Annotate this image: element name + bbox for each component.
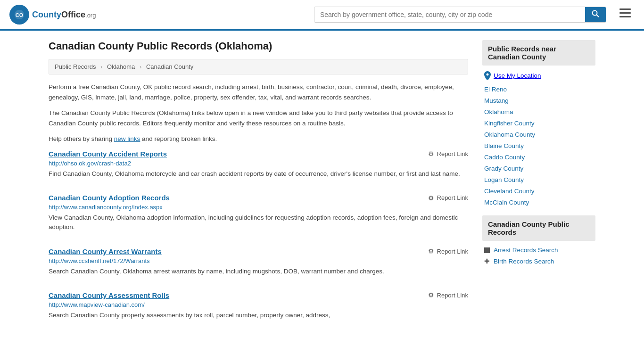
desc-3-suffix: and reporting broken links. <box>140 135 217 142</box>
page-title: Canadian County Public Records (Oklahoma… <box>49 40 468 52</box>
logo-icon: CO <box>9 5 29 25</box>
record-desc-3: Search Canadian County property assessme… <box>49 311 468 320</box>
site-header: CO CountyOffice.org <box>0 0 644 31</box>
sidebar-item-oklahoma: Oklahoma <box>484 106 594 117</box>
search-input[interactable] <box>314 7 585 22</box>
use-my-location[interactable]: Use My Location <box>482 69 595 83</box>
record-desc-0: Find Canadian County, Oklahoma motorcycl… <box>49 169 468 179</box>
report-link-button-3[interactable]: ⚙ Report Link <box>428 291 468 299</box>
logo[interactable]: CO CountyOffice.org <box>9 5 96 25</box>
sidebar-item-el-reno: El Reno <box>484 83 594 95</box>
sidebar-nearby-header: Public Records near Canadian County <box>482 40 595 66</box>
svg-line-3 <box>597 15 599 17</box>
sidebar-county-records-section: Canadian County Public Records Arrest Re… <box>482 215 595 267</box>
sidebar-county-records-header: Canadian County Public Records <box>482 215 595 241</box>
report-icon-3: ⚙ <box>428 291 434 299</box>
desc-3-prefix: Help others by sharing <box>49 135 114 142</box>
sidebar-item-blaine-county: Blaine County <box>484 140 594 151</box>
sidebar-record-item-arrest: Arrest Records Search <box>484 245 594 255</box>
record-accident-reports: Canadian County Accident Reports ⚙ Repor… <box>49 150 468 183</box>
breadcrumb: Public Records › Oklahoma › Canadian Cou… <box>49 59 468 74</box>
new-links-link[interactable]: new links <box>114 135 140 142</box>
record-header-2: Canadian County Arrest Warrants ⚙ Report… <box>49 247 468 255</box>
sidebar-item-mcclain-county: McClain County <box>484 197 594 208</box>
breadcrumb-sep-2: › <box>140 63 141 70</box>
record-assessment-rolls: Canadian County Assessment Rolls ⚙ Repor… <box>49 291 468 325</box>
sidebar-item-logan-county: Logan County <box>484 174 594 185</box>
location-pin-icon <box>484 71 491 80</box>
main-container: Canadian County Public Records (Oklahoma… <box>39 31 605 345</box>
nearby-link-kingfisher-county[interactable]: Kingfisher County <box>484 120 535 127</box>
report-link-button-1[interactable]: ⚙ Report Link <box>428 194 468 202</box>
records-list: Canadian County Accident Reports ⚙ Repor… <box>49 150 468 325</box>
svg-rect-6 <box>619 16 631 17</box>
svg-rect-5 <box>619 12 631 14</box>
nearby-link-oklahoma[interactable]: Oklahoma <box>484 108 513 115</box>
breadcrumb-public-records[interactable]: Public Records <box>55 63 96 70</box>
report-link-label-2: Report Link <box>437 248 468 255</box>
use-location-link[interactable]: Use My Location <box>494 72 541 79</box>
menu-button[interactable] <box>616 7 635 23</box>
breadcrumb-sep-1: › <box>100 63 102 70</box>
nearby-link-mustang[interactable]: Mustang <box>484 97 509 104</box>
report-link-label-0: Report Link <box>437 150 468 157</box>
breadcrumb-current: Canadian County <box>146 63 193 70</box>
nearby-link-el-reno[interactable]: El Reno <box>484 86 507 93</box>
description-2: The Canadian County Public Records (Okla… <box>49 108 468 128</box>
record-title-assessment-rolls[interactable]: Canadian County Assessment Rolls <box>49 291 169 299</box>
sidebar-item-caddo-county: Caddo County <box>484 151 594 163</box>
record-header: Canadian County Accident Reports ⚙ Repor… <box>49 150 468 158</box>
search-bar <box>314 7 606 23</box>
record-url-0[interactable]: http://ohso.ok.gov/crash-data2 <box>49 160 468 167</box>
nearby-link-oklahoma-county[interactable]: Oklahoma County <box>484 131 535 138</box>
svg-rect-4 <box>619 8 631 10</box>
record-url-3[interactable]: http://www.mapview-canadian.com/ <box>49 301 468 308</box>
record-square-icon-0 <box>484 247 490 253</box>
record-title-adoption-records[interactable]: Canadian County Adoption Records <box>49 194 170 202</box>
record-cross-icon-1: ✚ <box>484 257 490 265</box>
sidebar: Public Records near Canadian County Use … <box>482 40 595 335</box>
report-link-label-3: Report Link <box>437 292 468 299</box>
logo-text: CountyOffice.org <box>32 10 96 20</box>
nearby-link-caddo-county[interactable]: Caddo County <box>484 154 525 161</box>
nearby-link-blaine-county[interactable]: Blaine County <box>484 142 524 149</box>
description-3: Help others by sharing new links and rep… <box>49 134 468 144</box>
nearby-link-cleveland-county[interactable]: Cleveland County <box>484 188 535 195</box>
report-icon-1: ⚙ <box>428 194 434 202</box>
svg-point-2 <box>593 11 597 16</box>
record-header-1: Canadian County Adoption Records ⚙ Repor… <box>49 194 468 202</box>
main-content: Canadian County Public Records (Oklahoma… <box>49 40 468 335</box>
sidebar-item-mustang: Mustang <box>484 95 594 106</box>
nearby-link-logan-county[interactable]: Logan County <box>484 176 524 183</box>
report-link-button-0[interactable]: ⚙ Report Link <box>428 150 468 157</box>
sidebar-county-records-links: Arrest Records Search ✚ Birth Records Se… <box>482 245 595 267</box>
record-desc-1: View Canadian County, Oklahoma adoption … <box>49 213 468 232</box>
county-record-link-arrest[interactable]: Arrest Records Search <box>494 247 558 254</box>
record-header-3: Canadian County Assessment Rolls ⚙ Repor… <box>49 291 468 299</box>
sidebar-nearby-links: El Reno Mustang Oklahoma Kingfisher Coun… <box>482 83 595 208</box>
sidebar-item-cleveland-county: Cleveland County <box>484 185 594 197</box>
record-adoption-records: Canadian County Adoption Records ⚙ Repor… <box>49 194 468 237</box>
report-link-button-2[interactable]: ⚙ Report Link <box>428 247 468 255</box>
record-title-arrest-warrants[interactable]: Canadian County Arrest Warrants <box>49 247 162 255</box>
sidebar-item-kingfisher: Kingfisher County <box>484 117 594 129</box>
county-record-link-birth[interactable]: Birth Records Search <box>494 258 554 265</box>
sidebar-item-oklahoma-county: Oklahoma County <box>484 129 594 140</box>
nearby-link-grady-county[interactable]: Grady County <box>484 165 523 172</box>
record-desc-2: Search Canadian County, Oklahoma arrest … <box>49 267 468 276</box>
description-1: Perform a free Canadian County, OK publi… <box>49 82 468 102</box>
breadcrumb-oklahoma[interactable]: Oklahoma <box>107 63 135 70</box>
sidebar-item-grady-county: Grady County <box>484 163 594 174</box>
report-link-label-1: Report Link <box>437 194 468 201</box>
search-button[interactable] <box>585 7 606 22</box>
record-url-2[interactable]: http://www.ccsheriff.net/172/Warrants <box>49 257 468 264</box>
record-title-accident-reports[interactable]: Canadian County Accident Reports <box>49 150 167 158</box>
sidebar-record-item-birth: ✚ Birth Records Search <box>484 255 594 267</box>
svg-text:CO: CO <box>16 12 24 18</box>
nearby-link-mcclain-county[interactable]: McClain County <box>484 199 529 206</box>
report-icon-0: ⚙ <box>428 150 434 157</box>
record-arrest-warrants: Canadian County Arrest Warrants ⚙ Report… <box>49 247 468 281</box>
sidebar-nearby-section: Public Records near Canadian County Use … <box>482 40 595 208</box>
report-icon-2: ⚙ <box>428 247 434 255</box>
record-url-1[interactable]: http://www.canadiancounty.org/index.aspx <box>49 204 468 211</box>
